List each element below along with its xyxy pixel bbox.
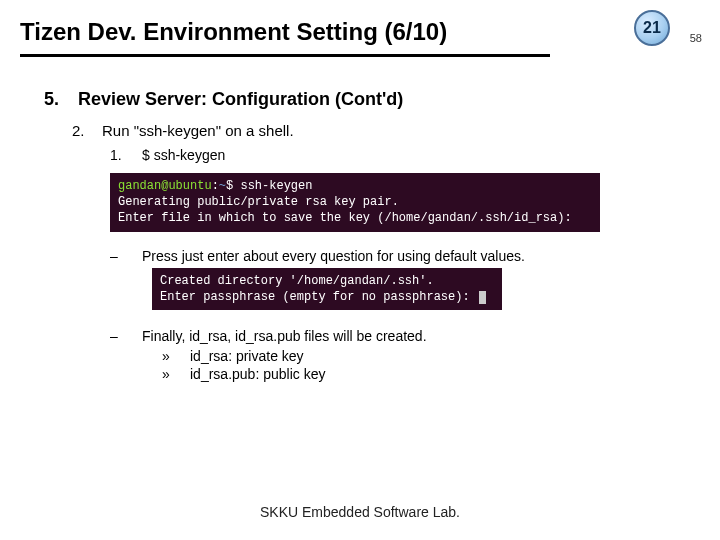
bullet-dash: – xyxy=(110,248,122,264)
list-marker-icon: » xyxy=(162,366,172,382)
section-title: Review Server: Configuration (Cont'd) xyxy=(78,89,403,110)
terminal2-line-2: Enter passphrase (empty for no passphras… xyxy=(160,290,477,304)
terminal-output-2: Created directory '/home/gandan/.ssh'. E… xyxy=(152,268,502,310)
terminal2-line-1: Created directory '/home/gandan/.ssh'. xyxy=(160,274,434,288)
file-name-private: id_rsa xyxy=(190,348,228,364)
terminal-line-2: Generating public/private rsa key pair. xyxy=(118,195,399,209)
file-list: » id_rsa: private key » id_rsa.pub: publ… xyxy=(162,348,676,382)
terminal-colon: : xyxy=(212,179,219,193)
terminal-cursor-icon xyxy=(479,291,486,304)
step-2-number: 2. xyxy=(72,122,90,139)
terminal-output-1: gandan@ubuntu:~$ ssh-keygen Generating p… xyxy=(110,173,600,232)
total-pages: 58 xyxy=(690,32,702,44)
list-marker-icon: » xyxy=(162,348,172,364)
bullet-files-created: – Finally, id_rsa, id_rsa.pub files will… xyxy=(110,328,676,344)
bullet-text-2: Finally, id_rsa, id_rsa.pub files will b… xyxy=(142,328,427,344)
page-badge: 21 xyxy=(634,10,670,46)
section-number: 5. xyxy=(44,89,66,110)
file-name-public: id_rsa.pub xyxy=(190,366,255,382)
bullet-enter-default: – Press just enter about every question … xyxy=(110,248,676,264)
slide-footer: SKKU Embedded Software Lab. xyxy=(0,504,720,520)
file-row-public: » id_rsa.pub: public key xyxy=(162,366,676,382)
step-2-1: 1. $ ssh-keygen xyxy=(110,147,676,163)
step-2: 2. Run "ssh-keygen" on a shell. xyxy=(72,122,676,139)
title-underline xyxy=(20,54,550,57)
step-2-text: Run "ssh-keygen" on a shell. xyxy=(102,122,294,139)
bullet-dash-2: – xyxy=(110,328,122,344)
terminal-command: ssh-keygen xyxy=(233,179,312,193)
slide-title: Tizen Dev. Environment Setting (6/10) xyxy=(20,18,700,46)
terminal-line-3: Enter file in which to save the key (/ho… xyxy=(118,211,572,225)
step-2-1-text: $ ssh-keygen xyxy=(142,147,225,163)
slide-header: Tizen Dev. Environment Setting (6/10) 21… xyxy=(0,0,720,65)
bullet-text: Press just enter about every question fo… xyxy=(142,248,525,264)
terminal-prompt-user: gandan@ubuntu xyxy=(118,179,212,193)
section-heading: 5. Review Server: Configuration (Cont'd) xyxy=(44,89,676,110)
slide-content: 5. Review Server: Configuration (Cont'd)… xyxy=(0,65,720,382)
file-row-private: » id_rsa: private key xyxy=(162,348,676,364)
file-desc-public: : public key xyxy=(255,366,325,382)
terminal-prompt-path: ~ xyxy=(219,179,226,193)
step-2-1-number: 1. xyxy=(110,147,128,163)
file-desc-private: : private key xyxy=(228,348,303,364)
